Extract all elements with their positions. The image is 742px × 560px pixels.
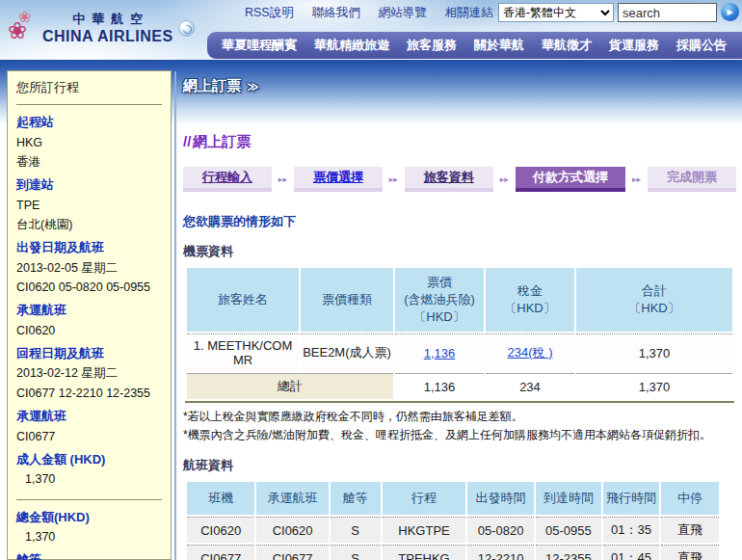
itinerary-sidebar: 您所訂行程 起程站 HKG 香港 到達站 TPE 台北(桃園) 出發日期及航班 … [7, 70, 172, 560]
swirl-badge-icon [178, 20, 195, 37]
ticket-notes: *若以上稅金與實際應繳政府稅金不同時，仍然需由旅客補足差額。 *機票內含之兵險/… [183, 408, 736, 444]
value-outbound-date: 2013-02-05 星期二 [16, 260, 162, 276]
link-related-links[interactable]: 相關連結 [445, 5, 493, 21]
col-route: 行程 [383, 482, 466, 515]
value-arrival-code: TPE [16, 198, 162, 213]
flight-row-outbound: CI0620 CI0620 S HKGTPE 05-0820 05-0955 0… [187, 517, 719, 543]
china-airlines-logo[interactable]: ❀ ❀ 中華航空 CHINA AIRLINES [8, 10, 195, 46]
col-flight-duration: 飛行時間 [603, 482, 659, 515]
site-header: ❀ ❀ 中華航空 CHINA AIRLINES RSS說明 聯絡我們 網站導覽 … [0, 0, 742, 60]
ticket-total-row: 總計 1,136 234 1,370 [187, 373, 732, 399]
ticket-header-row: 旅客姓名 票價種類 票價 (含燃油兵險) 〔HKD〕 稅金 〔HKD〕 合計 〔… [187, 268, 732, 332]
label-outbound-date-flight: 出發日期及航班 [16, 239, 162, 256]
nav-item-tours[interactable]: 華航精緻旅遊 [305, 37, 398, 54]
col-passenger-name: 旅客姓名 [187, 268, 299, 332]
col-cabin: 艙等 [331, 482, 381, 515]
page: ❀ ❀ 中華航空 CHINA AIRLINES RSS說明 聯絡我們 網站導覽 … [0, 0, 742, 560]
cell-departure-time: 12-2210 [467, 545, 533, 560]
cell-flight-duration: 01：35 [603, 517, 659, 543]
step-fare-selection[interactable]: 票價選擇 [294, 167, 383, 192]
label-departure-station: 起程站 [16, 114, 162, 131]
step-payment-method-current: 付款方式選擇 [516, 167, 625, 192]
cell-operating-carrier: CI0620 [256, 517, 328, 543]
nav-item-careers[interactable]: 華航徵才 [533, 37, 600, 54]
cell-flight-no: CI0677 [187, 545, 254, 560]
cell-departure-time: 05-0820 [467, 517, 533, 543]
step-itinerary-input[interactable]: 行程輸入 [183, 167, 272, 192]
cell-route: TPEHKG [383, 545, 466, 560]
search-submit-button[interactable]: ▶ [721, 3, 739, 21]
plum-blossom-icon: ❀ ❀ [8, 10, 40, 46]
link-sitemap[interactable]: 網站導覽 [379, 5, 427, 21]
note-tax-difference: *若以上稅金與實際應繳政府稅金不同時，仍然需由旅客補足差額。 [183, 408, 736, 426]
nav-item-media[interactable]: 影音專區 [735, 37, 742, 54]
col-arrival-time: 到達時間 [536, 482, 601, 515]
col-departure-time: 出發時間 [467, 482, 533, 515]
cell-stops: 直飛 [661, 545, 719, 560]
nav-item-about[interactable]: 關於華航 [465, 37, 533, 54]
link-rss-info[interactable]: RSS說明 [245, 5, 294, 21]
value-outbound-carrier: CI0620 [16, 323, 162, 338]
step-separator-icon: ▸▸ [272, 167, 294, 192]
total-tax: 234 [486, 373, 574, 399]
value-total-amount: 1,370 [16, 529, 162, 545]
cell-fare: 1,136 [395, 333, 484, 371]
language-select[interactable]: 香港-繁體中文 [498, 3, 614, 22]
cell-total: 1,370 [576, 333, 732, 371]
value-return-date: 2013-02-12 星期二 [16, 365, 162, 381]
main-content: //網上訂票 行程輸入 ▸▸ 票價選擇 ▸▸ 旅客資料 ▸▸ 付款方式選擇 ▸▸… [183, 120, 736, 560]
cell-flight-duration: 01：45 [603, 545, 659, 560]
total-fare: 1,136 [395, 373, 484, 399]
blossom-small-icon: ❀ [18, 8, 31, 26]
link-contact-us[interactable]: 聯絡我們 [312, 5, 360, 21]
step-separator-icon: ▸▸ [625, 167, 648, 192]
flight-info-heading: 航班資料 [183, 457, 736, 474]
nav-item-passenger-service[interactable]: 旅客服務 [398, 37, 465, 54]
cell-fare-type: BEE2M(成人票) [301, 333, 393, 371]
nav-item-cargo[interactable]: 貨運服務 [600, 37, 668, 54]
value-adult-amount: 1,370 [16, 471, 162, 487]
purchase-intro-heading: 您欲購票的情形如下 [183, 213, 736, 230]
nav-item-mileage[interactable]: 華夏哩程酬賓 [213, 37, 305, 54]
sidebar-divider [16, 104, 162, 105]
label-outbound-carrier: 承運航班 [16, 302, 162, 319]
col-stops: 中停 [661, 482, 719, 515]
tax-amount-link[interactable]: 234(稅 ) [508, 345, 553, 360]
value-outbound-flight: CI0620 05-0820 05-0955 [16, 280, 162, 295]
cell-passenger-name: 1. MEETHK/COM MR [187, 333, 299, 371]
booking-steps: 行程輸入 ▸▸ 票價選擇 ▸▸ 旅客資料 ▸▸ 付款方式選擇 ▸▸ 完成開票 [183, 167, 736, 192]
nav-item-procurement[interactable]: 採購公告 [668, 37, 735, 54]
value-return-carrier: CI0677 [16, 429, 162, 444]
cell-stops: 直飛 [661, 517, 719, 543]
step-passenger-info-link[interactable]: 旅客資料 [424, 170, 474, 184]
step-separator-icon: ▸▸ [493, 167, 516, 192]
cell-cabin: S [331, 545, 381, 560]
cell-route: HKGTPE [383, 517, 466, 543]
total-label: 總計 [187, 373, 393, 399]
flight-header-row: 班機 承運航班 艙等 行程 出發時間 到達時間 飛行時間 中停 [187, 482, 719, 515]
cell-arrival-time: 12-2355 [536, 545, 601, 560]
content-divider-line [174, 71, 176, 560]
col-flight-no: 班機 [187, 482, 254, 515]
step-ticket-issued: 完成開票 [648, 167, 736, 192]
label-adult-amount: 成人金額 (HKD) [16, 451, 162, 468]
main-nav: 華夏哩程酬賓 華航精緻旅遊 旅客服務 關於華航 華航徵才 貨運服務 採購公告 影… [207, 32, 742, 59]
value-departure-code: HKG [16, 135, 162, 150]
value-arrival-city: 台北(桃園) [16, 217, 162, 232]
note-no-discount: *機票內含之兵險/燃油附加費、稅金、哩程折抵金、及網上任何加購服務均不適用本網站… [183, 426, 736, 444]
banner-chevron-icon: ≫ [247, 80, 259, 93]
page-title-text: 網上訂票 [193, 133, 251, 149]
ticket-info-heading: 機票資料 [183, 243, 736, 260]
logo-text: 中華航空 CHINA AIRLINES [42, 11, 173, 45]
step-passenger-info[interactable]: 旅客資料 [405, 167, 493, 192]
label-return-date-flight: 回程日期及航班 [16, 345, 162, 362]
step-fare-selection-link[interactable]: 票價選擇 [313, 170, 363, 184]
search-arrow-icon: ▶ [727, 8, 732, 16]
label-arrival-station: 到達站 [16, 176, 162, 194]
step-itinerary-input-link[interactable]: 行程輸入 [202, 170, 252, 184]
value-return-flight: CI0677 12-2210 12-2355 [16, 386, 162, 401]
ticket-info-table: 旅客姓名 票價種類 票價 (含燃油兵險) 〔HKD〕 稅金 〔HKD〕 合計 〔… [185, 266, 734, 401]
fare-amount-link[interactable]: 1,136 [424, 346, 456, 360]
col-tax: 稅金 〔HKD〕 [486, 268, 574, 332]
search-input[interactable] [618, 3, 717, 22]
